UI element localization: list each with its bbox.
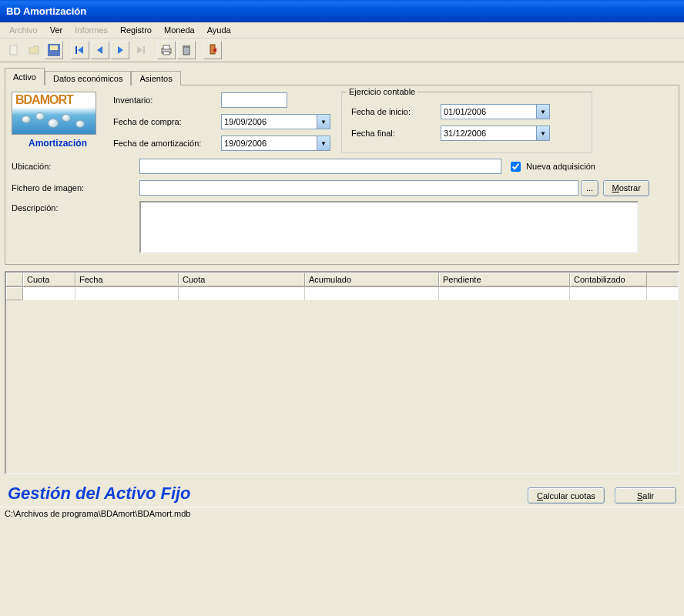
menu-moneda[interactable]: Moneda [158, 24, 201, 36]
fichero-input[interactable] [139, 180, 578, 196]
fecha-inicio-label: Fecha de inicio: [351, 107, 441, 116]
svg-rect-6 [183, 47, 189, 55]
fecha-final-label: Fecha final: [351, 129, 441, 138]
new-icon [5, 41, 23, 59]
footer: Gestión del Activo Fijo Calcular cuotas … [0, 479, 684, 507]
svg-rect-7 [183, 45, 190, 47]
brand-text: Gestión del Activo Fijo [8, 484, 191, 504]
fecha-amort-value: 19/09/2006 [224, 139, 267, 148]
trash-icon[interactable] [177, 41, 196, 59]
dropdown-arrow-icon[interactable]: ▼ [536, 126, 549, 140]
menu-registro[interactable]: Registro [114, 24, 158, 36]
grid-header-pendiente[interactable]: Pendiente [439, 273, 570, 286]
fecha-final-value: 31/12/2006 [444, 129, 486, 138]
menu-ver[interactable]: Ver [44, 24, 69, 36]
logo-caption: Amortización [12, 138, 104, 149]
tab-activo[interactable]: Activo [5, 68, 45, 85]
tab-strip: Activo Datos económicos Asientos [5, 67, 679, 85]
nueva-adquisicion-checkbox[interactable] [511, 162, 521, 172]
ejercicio-legend: Ejercicio contable [347, 87, 417, 96]
inventario-label: Inventario: [113, 95, 221, 105]
fecha-final-combo[interactable]: 31/12/2006 ▼ [441, 126, 550, 141]
logo-text: BDAMORT [15, 93, 73, 107]
logo: BDAMORT Amortización [12, 92, 104, 149]
ubicacion-input[interactable] [139, 159, 501, 174]
tab-datos-economicos[interactable]: Datos económicos [45, 71, 132, 85]
browse-button[interactable]: ... [581, 180, 598, 196]
nav-first-icon[interactable] [71, 41, 89, 59]
nav-prev-icon[interactable] [91, 41, 109, 59]
svg-rect-5 [163, 52, 169, 55]
open-icon [25, 41, 43, 59]
fecha-inicio-value: 01/01/2006 [444, 107, 486, 116]
nav-last-icon [131, 41, 149, 59]
exit-icon[interactable] [203, 41, 222, 59]
fecha-compra-value: 19/09/2006 [224, 117, 267, 126]
grid-header-cuota2[interactable]: Cuota [179, 273, 305, 286]
tab-asientos[interactable]: Asientos [131, 71, 180, 85]
svg-rect-4 [163, 45, 169, 49]
fecha-compra-label: Fecha de compra: [113, 117, 221, 126]
menu-bar: Archivo Ver Informes Registro Moneda Ayu… [0, 22, 684, 38]
menu-archivo[interactable]: Archivo [3, 24, 44, 36]
amortization-grid: Cuota Fecha Cuota Acumulado Pendiente Co… [5, 271, 679, 474]
descripcion-label: Descripción: [12, 201, 139, 213]
tab-panel-activo: BDAMORT Amortización Inventario: Fecha d… [5, 85, 679, 265]
toolbar [0, 38, 684, 62]
grid-header-fecha[interactable]: Fecha [75, 273, 179, 286]
table-row[interactable] [6, 287, 678, 300]
fichero-label: Fichero de imagen: [12, 183, 139, 192]
calcular-cuotas-button[interactable]: Calcular cuotas [528, 487, 605, 504]
print-icon[interactable] [157, 41, 176, 59]
ubicacion-label: Ubicación: [12, 162, 139, 171]
salir-button[interactable]: Salir [615, 487, 676, 504]
svg-rect-1 [75, 46, 77, 54]
grid-header-cuota[interactable]: Cuota [23, 273, 75, 286]
fecha-amort-combo[interactable]: 19/09/2006 ▼ [221, 136, 330, 151]
inventario-input[interactable] [221, 92, 287, 108]
dropdown-arrow-icon[interactable]: ▼ [317, 115, 330, 129]
menu-ayuda[interactable]: Ayuda [201, 24, 237, 36]
grid-header[interactable] [6, 273, 23, 286]
svg-rect-2 [143, 46, 145, 54]
status-bar: C:\Archivos de programa\BDAmort\BDAmort.… [0, 507, 684, 520]
dropdown-arrow-icon[interactable]: ▼ [536, 105, 549, 119]
svg-rect-0 [10, 45, 17, 55]
grid-body-empty [6, 300, 678, 473]
fecha-inicio-combo[interactable]: 01/01/2006 ▼ [441, 104, 550, 119]
window-title: BD Amortización [6, 5, 86, 17]
mostrar-button[interactable]: Mostrar [603, 180, 649, 196]
grid-header-acumulado[interactable]: Acumulado [305, 273, 439, 286]
descripcion-textarea[interactable] [139, 201, 639, 253]
grid-header-contabilizado[interactable]: Contabilizado [570, 273, 647, 286]
fecha-amort-label: Fecha de amortización: [113, 139, 221, 148]
ejercicio-fieldset: Ejercicio contable Fecha de inicio: 01/0… [341, 92, 592, 153]
nueva-adquisicion-label: Nueva adquisición [526, 162, 595, 171]
fecha-compra-combo[interactable]: 19/09/2006 ▼ [221, 114, 330, 129]
menu-informes[interactable]: Informes [69, 24, 114, 36]
save-icon[interactable] [45, 41, 63, 59]
nav-next-icon[interactable] [111, 41, 129, 59]
title-bar: BD Amortización [0, 0, 684, 22]
dropdown-arrow-icon[interactable]: ▼ [317, 136, 330, 150]
